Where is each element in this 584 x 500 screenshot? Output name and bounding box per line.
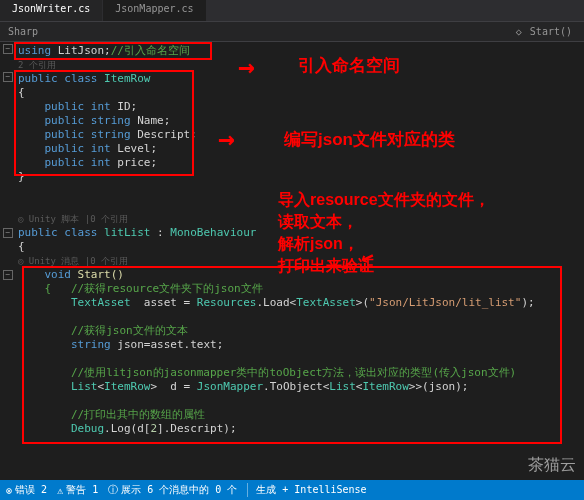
fold-icon[interactable]: − (3, 270, 13, 280)
status-build[interactable]: 生成 + IntelliSense (247, 483, 366, 497)
fold-icon[interactable]: − (3, 228, 13, 238)
tab-jsonwriter[interactable]: JsonWriter.cs (0, 0, 103, 21)
annotation-text-6: 打印出来验证 (278, 256, 374, 277)
breadcrumb: Sharp ◇ Start() (0, 22, 584, 42)
code-line[interactable]: //打印出其中的数组的属性 (18, 408, 584, 422)
arrow-icon: → (218, 122, 235, 155)
tab-jsonmapper[interactable]: JsonMapper.cs (103, 0, 206, 21)
code-line[interactable]: List<ItemRow> d = JsonMapper.ToObject<Li… (18, 380, 584, 394)
code-line[interactable]: TextAsset asset = Resources.Load<TextAss… (18, 296, 584, 310)
status-warnings[interactable]: ⚠ 警告 1 (57, 483, 98, 497)
unity-icon: ◎ (18, 256, 23, 266)
annotation-text-1: 引入命名空间 (298, 54, 400, 77)
annotation-text-3: 导入resource文件夹的文件， (278, 190, 490, 211)
code-line[interactable]: public string Name; (18, 114, 584, 128)
breadcrumb-method[interactable]: Start() (530, 26, 572, 37)
code-line[interactable]: public int ID; (18, 100, 584, 114)
gutter: − − − − (0, 42, 16, 480)
unity-icon: ◎ (18, 214, 23, 224)
code-line[interactable] (18, 394, 584, 408)
method-indicator-icon: ◇ (516, 26, 522, 37)
status-errors[interactable]: ⊗ 错误 2 (6, 483, 47, 497)
status-messages[interactable]: ⓘ 展示 6 个消息中的 0 个 (108, 483, 237, 497)
status-bar: ⊗ 错误 2 ⚠ 警告 1 ⓘ 展示 6 个消息中的 0 个 生成 + Inte… (0, 480, 584, 500)
tab-bar: JsonWriter.cs JsonMapper.cs (0, 0, 584, 22)
fold-icon[interactable]: − (3, 44, 13, 54)
code-line[interactable]: } (18, 170, 584, 184)
code-line[interactable] (18, 352, 584, 366)
code-editor[interactable]: − − − − using LitJson;//引入命名空间 2 个引用 pub… (0, 42, 584, 480)
annotation-text-4: 读取文本， (278, 212, 358, 233)
code-line[interactable] (18, 310, 584, 324)
error-icon: ⊗ (6, 485, 12, 496)
code-line[interactable]: { //获得resource文件夹下的json文件 (18, 282, 584, 296)
code-line[interactable]: string json=asset.text; (18, 338, 584, 352)
fold-icon[interactable]: − (3, 72, 13, 82)
code-line[interactable]: public int price; (18, 156, 584, 170)
code-line[interactable]: { (18, 86, 584, 100)
code-line[interactable]: //使用litjson的jasonmapper类中的toObject方法，读出对… (18, 366, 584, 380)
code-line[interactable]: Debug.Log(d[2].Descript); (18, 422, 584, 436)
annotation-text-5: 解析json， (278, 234, 359, 255)
watermark: 茶猫云 (528, 455, 576, 476)
code-line[interactable]: //获得json文件的文本 (18, 324, 584, 338)
warning-icon: ⚠ (57, 485, 63, 496)
info-icon: ⓘ (108, 483, 118, 497)
arrow-icon: → (238, 50, 255, 83)
annotation-text-2: 编写json文件对应的类 (284, 128, 455, 151)
breadcrumb-scope[interactable]: Sharp (8, 26, 38, 37)
